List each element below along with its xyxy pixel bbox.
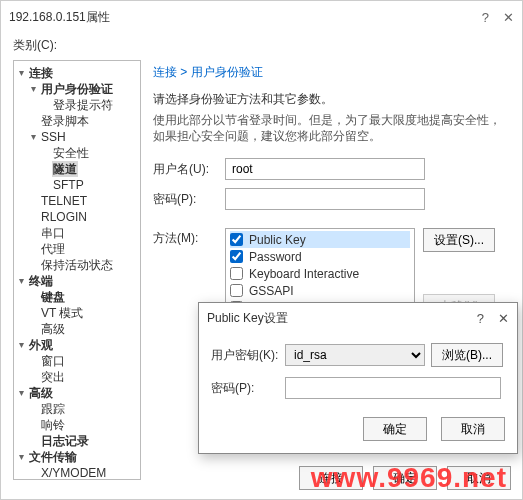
window-title: 192.168.0.151属性 <box>9 9 110 26</box>
user-key-label: 用户密钥(K): <box>211 347 279 364</box>
browse-button[interactable]: 浏览(B)... <box>431 343 503 367</box>
tree-item-ssh[interactable]: ▾SSH <box>16 129 138 145</box>
method-item-gssapi[interactable]: GSSAPI <box>230 282 410 299</box>
hint-primary: 请选择身份验证方法和其它参数。 <box>153 91 510 108</box>
method-check-publickey[interactable] <box>230 233 243 246</box>
tree-item-terminal[interactable]: ▾终端 <box>16 273 138 289</box>
method-item-publickey[interactable]: Public Key <box>230 231 410 248</box>
method-check-password[interactable] <box>230 250 243 263</box>
ok-button-main[interactable]: 确定 <box>373 466 437 490</box>
window-controls: ? ✕ <box>482 10 514 25</box>
dialog-password-input[interactable] <box>285 377 501 399</box>
username-label: 用户名(U): <box>153 161 225 178</box>
method-item-keyboard[interactable]: Keyboard Interactive <box>230 265 410 282</box>
tree-item-advanced[interactable]: ▾高级 <box>16 385 138 401</box>
footer-buttons: 连接 确定 取消 <box>299 466 511 490</box>
category-tree[interactable]: ▾连接 ▾用户身份验证 登录提示符 登录脚本 ▾SSH 安全性 隧道 SFTP <box>13 60 141 480</box>
dialog-cancel-button[interactable]: 取消 <box>441 417 505 441</box>
tree-item-xymodem[interactable]: X/YMODEM <box>16 465 138 480</box>
tree-item-keyboard[interactable]: 键盘 <box>16 289 138 305</box>
tree-item-appearance[interactable]: ▾外观 <box>16 337 138 353</box>
tree-item-proxy[interactable]: 代理 <box>16 241 138 257</box>
tree-item-sftp[interactable]: SFTP <box>16 177 138 193</box>
password-input[interactable] <box>225 188 425 210</box>
user-key-select[interactable]: id_rsa <box>285 344 425 366</box>
tree-item-bell[interactable]: 响铃 <box>16 417 138 433</box>
category-label: 类别(C): <box>1 33 522 60</box>
publickey-settings-dialog: Public Key设置 ? ✕ 用户密钥(K): id_rsa 浏览(B)..… <box>198 302 518 454</box>
method-check-gssapi[interactable] <box>230 284 243 297</box>
cancel-button-main[interactable]: 取消 <box>447 466 511 490</box>
tree-item-login-prompt[interactable]: 登录提示符 <box>16 97 138 113</box>
tree-item-trace[interactable]: 跟踪 <box>16 401 138 417</box>
password-label: 密码(P): <box>153 191 225 208</box>
tree-item-auth[interactable]: ▾用户身份验证 <box>16 81 138 97</box>
tree-item-highlight[interactable]: 突出 <box>16 369 138 385</box>
dialog-help-icon[interactable]: ? <box>477 311 484 326</box>
breadcrumb: 连接 > 用户身份验证 <box>153 64 510 81</box>
tree-item-filetransfer[interactable]: ▾文件传输 <box>16 449 138 465</box>
connect-button[interactable]: 连接 <box>299 466 363 490</box>
username-input[interactable] <box>225 158 425 180</box>
close-icon[interactable]: ✕ <box>503 10 514 25</box>
dialog-ok-button[interactable]: 确定 <box>363 417 427 441</box>
tree-item-connection[interactable]: ▾连接 <box>16 65 138 81</box>
titlebar: 192.168.0.151属性 ? ✕ <box>1 1 522 33</box>
method-item-password[interactable]: Password <box>230 248 410 265</box>
tree-item-keepalive[interactable]: 保持活动状态 <box>16 257 138 273</box>
dialog-titlebar: Public Key设置 ? ✕ <box>199 303 517 333</box>
hint-secondary: 使用此部分以节省登录时间。但是，为了最大限度地提高安全性，如果担心安全问题，建议… <box>153 112 510 144</box>
dialog-title: Public Key设置 <box>207 310 288 327</box>
dialog-password-label: 密码(P): <box>211 380 279 397</box>
tree-item-logging[interactable]: 日志记录 <box>16 433 138 449</box>
tree-item-rlogin[interactable]: RLOGIN <box>16 209 138 225</box>
tree-item-telnet[interactable]: TELNET <box>16 193 138 209</box>
tree-item-security[interactable]: 安全性 <box>16 145 138 161</box>
tree-item-advanced-term[interactable]: 高级 <box>16 321 138 337</box>
help-icon[interactable]: ? <box>482 10 489 25</box>
settings-button[interactable]: 设置(S)... <box>423 228 495 252</box>
tree-item-login-script[interactable]: 登录脚本 <box>16 113 138 129</box>
method-check-keyboard[interactable] <box>230 267 243 280</box>
tree-item-serial[interactable]: 串口 <box>16 225 138 241</box>
tree-item-vtmode[interactable]: VT 模式 <box>16 305 138 321</box>
tree-item-tunnel[interactable]: 隧道 <box>16 161 138 177</box>
tree-item-window[interactable]: 窗口 <box>16 353 138 369</box>
dialog-close-icon[interactable]: ✕ <box>498 311 509 326</box>
